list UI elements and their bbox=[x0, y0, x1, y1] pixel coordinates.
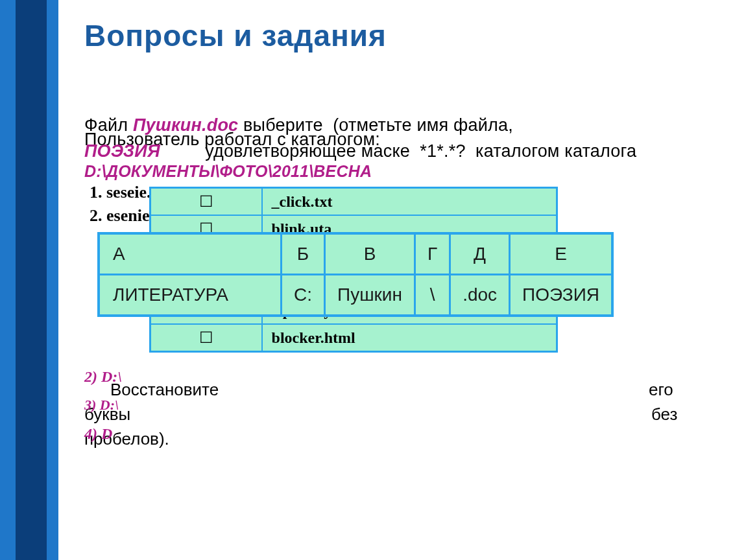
bg-path: D:\ДОКУМЕНТЫ\ФОТО\2011\ВЕСНА bbox=[84, 162, 372, 180]
list-number: 4) D bbox=[84, 425, 112, 443]
checkbox-cell[interactable]: ☐ bbox=[150, 324, 262, 352]
checkbox-cell[interactable]: ☐ bbox=[150, 188, 262, 216]
answer-cell: .doc bbox=[450, 275, 510, 316]
bg-text: удовлетворяющее маске *1*.*? каталогом к… bbox=[160, 141, 636, 161]
answer-header: Е bbox=[510, 233, 612, 275]
file-name: blocker.html bbox=[262, 324, 557, 352]
answer-header: В bbox=[325, 233, 415, 275]
answer-cell: \ bbox=[415, 275, 450, 316]
slide-sidebar-accent bbox=[16, 0, 47, 560]
answer-cell: ЛИТЕРАТУРА bbox=[99, 275, 282, 316]
file-name: _click.txt bbox=[262, 188, 557, 216]
bg-word: Восстановите bbox=[110, 380, 219, 400]
bg-text-highlight: ПОЭЗИЯ bbox=[84, 141, 160, 161]
slide-title: Вопросы и задания bbox=[84, 18, 387, 53]
answer-header: Г bbox=[415, 233, 450, 275]
bg-word: без bbox=[651, 404, 677, 425]
answer-header: А bbox=[99, 233, 282, 275]
answer-header: Б bbox=[282, 233, 325, 275]
answer-cell: ПОЭЗИЯ bbox=[510, 275, 612, 316]
answer-cell: C: bbox=[282, 275, 325, 316]
bg-word: его bbox=[649, 380, 673, 400]
list-number: 2) D:\ bbox=[84, 368, 122, 386]
answer-header: Д bbox=[450, 233, 510, 275]
list-number: 3) D:\ bbox=[84, 397, 119, 414]
answer-table: А Б В Г Д Е ЛИТЕРАТУРА C: Пушкин \ .doc … bbox=[97, 232, 614, 317]
answer-cell: Пушкин bbox=[325, 275, 415, 316]
